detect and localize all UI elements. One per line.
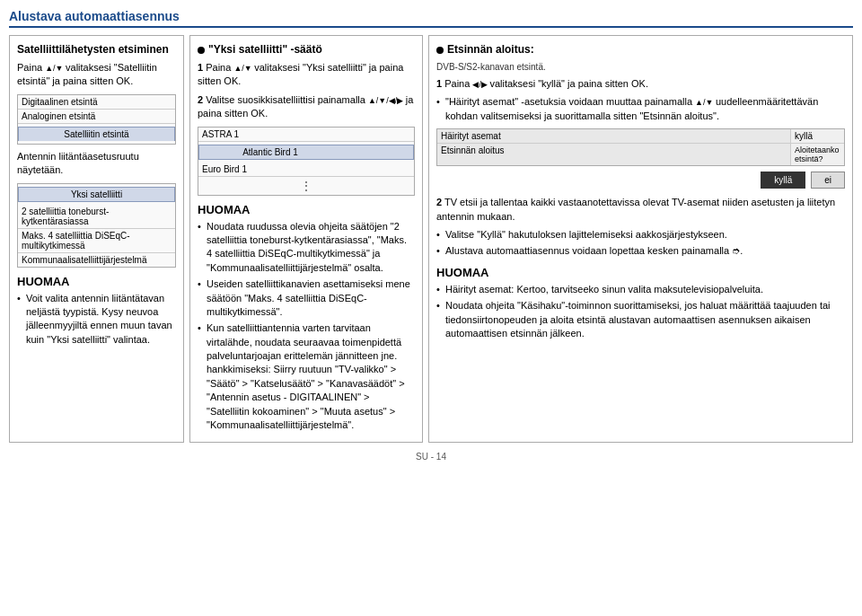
col3-note: HUOMAA Häirityt asemat: Kertoo, tarvitse…: [436, 266, 845, 341]
dvb-note: DVB-S/S2-kanavan etsintä.: [436, 61, 845, 74]
col-satellite-search: Satelliittilähetysten etsiminen Paina ▲/…: [9, 35, 184, 443]
col1-huomaa-title: HUOMAA: [17, 275, 176, 288]
up-down-arrows2-icon: ▲/▼: [233, 64, 254, 73]
col2-bullet-2: Useiden satelliittikanavien asettamiseks…: [198, 277, 415, 319]
col1-bullet-list: Voit valita antennin liitäntätavan neljä…: [17, 292, 176, 348]
setting-row-hairityt: Häirityt asemat kyllä: [437, 129, 844, 144]
satellite-type-menu: Yksi satelliitti 2 satelliittia toneburs…: [17, 183, 176, 268]
col-one-satellite: "Yksi satelliitti" -säätö 1 Paina ▲/▼ va…: [189, 35, 423, 443]
col3-step2: 2 TV etsii ja tallentaa kaikki vastaanot…: [436, 196, 845, 224]
setting-row-etsinta: Etsinnän aloitus Aloitetaanko etsintä?: [437, 144, 844, 165]
col2-title: "Yksi satelliitti" -säätö: [198, 43, 415, 56]
left-right-arrows-icon: ◀/▶: [472, 80, 489, 89]
col3-step1-bullets: "Häirityt asemat" -asetuksia voidaan muu…: [436, 95, 845, 123]
menu-item-2-satelliittia: 2 satelliittia toneburst-kytkentärasiass…: [18, 205, 175, 229]
antenna-note: Antennin liitäntäasetusruutu näytetään.: [17, 150, 176, 178]
col3-bullet-1: "Häirityt asemat" -asetuksia voidaan muu…: [436, 95, 845, 123]
col2-step1: 1 Paina ▲/▼ valitaksesi "Yksi satelliitt…: [198, 61, 415, 89]
up-down-arrows3-icon: ▲/▼: [695, 98, 716, 107]
page-title: Alustava automaattiasennus: [9, 9, 853, 28]
col3-bullet-list: Häirityt asemat: Kertoo, tarvitseeko sin…: [436, 283, 845, 341]
satellite-row-astra: ASTRA 1: [198, 128, 414, 142]
col3-note-bullet-2: Noudata ohjeita "Käsihaku"-toiminnon suo…: [436, 299, 845, 340]
menu-item-digitaalinen: Digitaalinen etsintä: [18, 95, 175, 110]
page-footer: SU - 14: [9, 452, 853, 462]
col1-title: Satelliittilähetysten etsiminen: [17, 43, 176, 56]
satellite-list: ASTRA 1 Atlantic Bird 1 Euro Bird 1 ⋮: [198, 127, 415, 196]
ei-button[interactable]: ei: [811, 172, 845, 189]
settings-box: Häirityt asemat kyllä Etsinnän aloitus A…: [436, 128, 845, 166]
col3-note-bullet-1: Häirityt asemat: Kertoo, tarvitseeko sin…: [436, 283, 845, 296]
col3-step1: 1 Paina ◀/▶ valitaksesi "kyllä" ja paina…: [436, 77, 845, 91]
col3-step2-bullet-2: Alustava automaattiasennus voidaan lopet…: [436, 244, 845, 258]
dots-separator: ⋮: [198, 177, 414, 195]
digitaalinen-menu: Digitaalinen etsintä Analoginen etsintä …: [17, 94, 176, 145]
btn-row: kyllä ei: [436, 172, 845, 189]
menu-item-analoginen: Analoginen etsintä: [18, 110, 175, 124]
col1-note: HUOMAA Voit valita antennin liitäntätava…: [17, 275, 176, 348]
col3-step2-bullet-1: Valitse "Kyllä" hakutuloksen lajittelemi…: [436, 228, 845, 242]
col1-intro: Paina ▲/▼ valitaksesi "Satelliitin etsin…: [17, 61, 176, 89]
col-search-start: Etsinnän aloitus: DVB-S/S2-kanavan etsin…: [428, 35, 853, 443]
col3-title: Etsinnän aloitus:: [436, 43, 845, 56]
col3-step2-bullets: Valitse "Kyllä" hakutuloksen lajittelemi…: [436, 228, 845, 259]
menu-item-kommunaali: Kommunaalisatelliittijärjestelmä: [18, 253, 175, 267]
col2-note: HUOMAA Noudata ruudussa olevia ohjeita s…: [198, 203, 415, 433]
col1-bullet-1: Voit valita antennin liitäntätavan neljä…: [17, 292, 176, 348]
satellite-row-euro: Euro Bird 1: [198, 163, 414, 177]
up-down-arrows-icon: ▲/▼: [45, 64, 66, 73]
col2-bullet-3: Kun satelliittiantennia varten tarvitaan…: [198, 321, 415, 432]
satellite-row-atlantic: Atlantic Bird 1: [198, 145, 414, 160]
menu-item-yksi-satelliitti: Yksi satelliitti: [18, 187, 175, 202]
arrows-icon: ▲/▼/◀/▶: [368, 96, 406, 105]
col2-bullet-list: Noudata ruudussa olevia ohjeita säätöjen…: [198, 220, 415, 433]
menu-item-satelliitti: Satelliitin etsintä: [18, 127, 175, 141]
kyllä-button[interactable]: kyllä: [761, 172, 805, 189]
col2-huomaa-title: HUOMAA: [198, 203, 415, 216]
menu-item-4-satelliittia: Maks. 4 satelliittia DiSEqC-multikytkime…: [18, 229, 175, 253]
col2-step2: 2 Valitse suosikkisatelliittisi painamal…: [198, 93, 415, 121]
col3-huomaa-title: HUOMAA: [436, 266, 845, 279]
col2-bullet-1: Noudata ruudussa olevia ohjeita säätöjen…: [198, 220, 415, 276]
